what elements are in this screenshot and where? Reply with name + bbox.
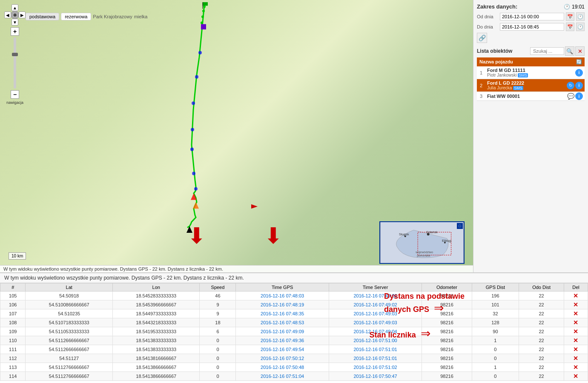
table-cell[interactable]: 128	[472, 318, 519, 327]
table-cell[interactable]: 2016-12-16 07:50:48	[236, 363, 329, 372]
table-row[interactable]: 10654.510086666666718.545396666666792016…	[0, 300, 588, 309]
table-cell[interactable]: 2016-12-16 07:49:09	[236, 327, 329, 336]
table-row[interactable]: 10854.510718333333318.544321833333318201…	[0, 318, 588, 327]
table-cell[interactable]: 2016-12-16 07:49:04	[329, 327, 422, 336]
time-gps-cell[interactable]: 2016-12-16 07:48:19	[261, 302, 304, 307]
route-tool-btn[interactable]: 🔗	[477, 33, 487, 43]
pan-right[interactable]: ▶	[19, 11, 26, 18]
table-cell[interactable]: 22	[519, 336, 564, 345]
table-cell[interactable]: 2016-12-16 07:51:04	[236, 372, 329, 381]
time-gps-cell[interactable]: 2016-12-16 07:49:54	[261, 347, 304, 352]
table-cell[interactable]: 2016-12-16 07:50:12	[236, 354, 329, 363]
table-cell[interactable]: 2016-12-16 07:49:02	[329, 300, 422, 309]
table-cell[interactable]: 2016-12-16 07:51:01	[329, 354, 422, 363]
table-row[interactable]: 11454.511276666666718.541386666666702016…	[0, 372, 588, 381]
delete-btn[interactable]: ✕	[573, 355, 578, 362]
data-table-wrapper[interactable]: #LatLonSpeedTime GPSTime ServerOdometerG…	[0, 283, 588, 383]
table-refresh-btn[interactable]: 🔄	[576, 59, 582, 65]
table-cell[interactable]: 98216	[422, 363, 472, 372]
delete-btn[interactable]: ✕	[573, 292, 578, 299]
minimap-expand[interactable]: □	[457, 223, 463, 229]
to-date-clock[interactable]: 🕐	[576, 23, 585, 31]
table-cell[interactable]: 1	[472, 363, 519, 372]
map-container[interactable]: podstawowa rezerwowa Park Krajobrazowy m…	[0, 0, 473, 272]
table-cell[interactable]: 2016-12-16 07:48:03	[236, 292, 329, 300]
table-cell[interactable]: ✕	[564, 309, 588, 318]
table-cell[interactable]: ✕	[564, 345, 588, 354]
table-row[interactable]: 11054.511266666666718.541383333333302016…	[0, 336, 588, 345]
table-cell[interactable]: 22	[519, 292, 564, 300]
time-srv-cell[interactable]: 2016-12-16 07:51:01	[353, 347, 397, 352]
vehicle-refresh-btn[interactable]: ↻	[567, 82, 574, 89]
table-cell[interactable]: 22	[519, 363, 564, 372]
table-cell[interactable]: 98216	[422, 300, 472, 309]
table-cell[interactable]: 22	[519, 318, 564, 327]
table-cell[interactable]: 22	[519, 327, 564, 336]
table-cell[interactable]: 22	[519, 300, 564, 309]
time-gps-cell[interactable]: 2016-12-16 07:49:09	[261, 329, 304, 334]
table-cell[interactable]: 22	[519, 345, 564, 354]
table-row[interactable]: 10754.51023518.544973333333392016-12-16 …	[0, 309, 588, 318]
table-cell[interactable]: 2016-12-16 07:50:47	[329, 372, 422, 381]
table-cell[interactable]: ✕	[564, 363, 588, 372]
zoom-slider[interactable]	[14, 37, 16, 89]
pan-up[interactable]: ▲	[11, 4, 18, 11]
table-cell[interactable]: 22	[519, 372, 564, 381]
pan-center[interactable]: ✥	[11, 11, 19, 19]
table-cell[interactable]: 98216	[422, 372, 472, 381]
table-row[interactable]: 11154.511266666666718.541383333333302016…	[0, 345, 588, 354]
table-cell[interactable]: 2016-12-16 07:48:19	[236, 300, 329, 309]
to-date-calendar[interactable]: 📅	[566, 23, 574, 31]
from-date-input[interactable]	[500, 13, 564, 20]
table-cell[interactable]: 0	[472, 354, 519, 363]
table-cell[interactable]: 98216	[422, 292, 472, 300]
delete-btn[interactable]: ✕	[573, 337, 578, 344]
table-cell[interactable]: 0	[472, 372, 519, 381]
table-cell[interactable]: 196	[472, 292, 519, 300]
table-cell[interactable]: ✕	[564, 318, 588, 327]
vehicle-row[interactable]: 1 Ford M GD 11111 Piotr Jankowski SMS i	[477, 66, 585, 79]
time-srv-cell[interactable]: 2016-12-16 07:49:03	[353, 311, 397, 316]
table-cell[interactable]: 1	[472, 336, 519, 345]
table-cell[interactable]: 98216	[422, 345, 472, 354]
table-cell[interactable]: ✕	[564, 372, 588, 381]
table-cell[interactable]: 98216	[422, 318, 472, 327]
table-cell[interactable]: 98216	[422, 327, 472, 336]
zoom-control[interactable]: + −	[11, 27, 19, 99]
time-srv-cell[interactable]: 2016-12-16 07:51:00	[353, 338, 397, 343]
time-gps-cell[interactable]: 2016-12-16 07:50:12	[261, 356, 304, 361]
time-gps-cell[interactable]: 2016-12-16 07:48:03	[261, 293, 304, 298]
time-srv-cell[interactable]: 2016-12-16 07:49:03	[353, 320, 397, 325]
delete-btn[interactable]: ✕	[573, 301, 578, 308]
table-row[interactable]: 11354.511276666666718.541386666666702016…	[0, 363, 588, 372]
pan-control[interactable]: ▲ ◀ ✥ ▶ ▼	[4, 4, 26, 26]
clear-btn[interactable]: ✕	[575, 46, 585, 56]
table-cell[interactable]: ✕	[564, 292, 588, 300]
table-cell[interactable]: 2016-12-16 07:49:02	[329, 292, 422, 300]
delete-btn[interactable]: ✕	[573, 310, 578, 317]
pan-down[interactable]: ▼	[11, 19, 18, 26]
from-date-clock[interactable]: 🕐	[576, 12, 585, 21]
table-cell[interactable]: 98216	[422, 354, 472, 363]
vehicle-info-btn[interactable]: i	[575, 69, 583, 77]
search-btn[interactable]: 🔍	[565, 46, 574, 56]
chat-icon[interactable]: 💬	[567, 93, 574, 100]
time-gps-cell[interactable]: 2016-12-16 07:48:35	[261, 311, 304, 316]
table-cell[interactable]: ✕	[564, 354, 588, 363]
table-cell[interactable]: 2016-12-16 07:48:53	[236, 318, 329, 327]
delete-btn[interactable]: ✕	[573, 319, 578, 326]
to-date-input[interactable]	[500, 23, 564, 31]
table-cell[interactable]: 98216	[422, 336, 472, 345]
time-srv-cell[interactable]: 2016-12-16 07:49:02	[353, 302, 397, 307]
delete-btn[interactable]: ✕	[573, 364, 578, 371]
time-gps-cell[interactable]: 2016-12-16 07:48:53	[261, 320, 304, 325]
table-cell[interactable]: 2016-12-16 07:49:36	[236, 336, 329, 345]
table-cell[interactable]: ✕	[564, 327, 588, 336]
tab-basic[interactable]: podstawowa	[26, 13, 59, 20]
vehicle-info-btn[interactable]: i	[575, 92, 583, 100]
table-cell[interactable]: 22	[519, 309, 564, 318]
tab-reserve[interactable]: rezerwowa	[61, 13, 91, 20]
time-gps-cell[interactable]: 2016-12-16 07:49:36	[261, 338, 304, 343]
table-row[interactable]: 10954.511053333333318.541953333333362016…	[0, 327, 588, 336]
time-srv-cell[interactable]: 2016-12-16 07:50:47	[353, 374, 397, 379]
